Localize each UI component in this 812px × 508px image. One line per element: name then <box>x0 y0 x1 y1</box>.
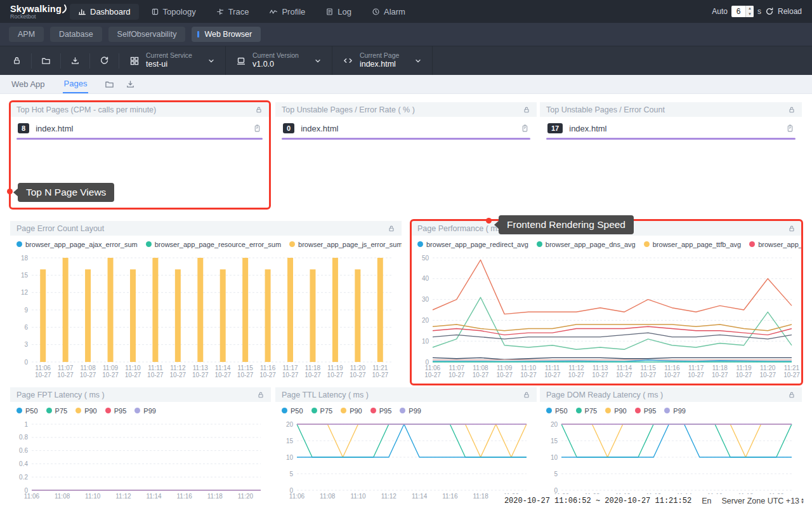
lock-icon[interactable] <box>788 225 796 232</box>
card-title: Page DOM Ready Latency ( ms ) <box>546 391 663 399</box>
svg-text:11:10: 11:10 <box>350 493 366 500</box>
legend-item[interactable]: P75 <box>311 407 333 415</box>
legend-item[interactable]: P75 <box>46 407 68 415</box>
legend-item[interactable]: P50 <box>16 407 38 415</box>
log-icon <box>325 8 334 16</box>
legend-item[interactable]: browser_app_page_ajax_error_sum <box>16 241 138 248</box>
svg-text:11:08: 11:08 <box>320 493 336 500</box>
svg-text:0.4: 0.4 <box>19 460 28 467</box>
svg-text:11:14: 11:14 <box>215 364 231 371</box>
copy-icon[interactable] <box>521 124 529 133</box>
nav-item-log[interactable]: Log <box>317 4 360 20</box>
legend-item[interactable]: P99 <box>400 407 421 415</box>
auto-interval-input[interactable]: 6 ▲▼ <box>731 6 754 17</box>
legend-item[interactable]: browser_app_page_redirect_avg <box>417 241 528 248</box>
svg-text:10-27: 10-27 <box>712 371 728 378</box>
folder-icon[interactable] <box>32 53 61 69</box>
legend-item[interactable]: browser_app_page_dns_avg <box>537 241 636 248</box>
lock-icon[interactable] <box>523 391 530 399</box>
list-item[interactable]: 0 index.html <box>275 117 537 133</box>
download-icon[interactable] <box>61 53 90 69</box>
interval-up-button[interactable]: ▲ <box>746 6 754 11</box>
current-version-selector[interactable]: Current Versionv1.0.0 <box>226 46 332 76</box>
legend-item[interactable]: browser_app_page_ttfb_avg <box>644 241 741 248</box>
tab-web-app[interactable]: Web App <box>10 76 46 93</box>
legend-item[interactable]: P90 <box>605 407 627 415</box>
svg-text:11:17: 11:17 <box>688 364 704 371</box>
legend-item[interactable]: P90 <box>341 407 362 415</box>
legend-item[interactable]: browser_app_page_resource_error_sum <box>146 241 281 248</box>
current-service-selector[interactable]: Current Servicetest-ui <box>119 46 226 76</box>
list-item[interactable]: 17 index.html <box>540 117 802 133</box>
svg-text:10-27: 10-27 <box>259 371 276 378</box>
svg-text:11:15: 11:15 <box>640 364 656 371</box>
current-page-selector[interactable]: Current Pageindex.html <box>332 46 433 76</box>
svg-text:11:12: 11:12 <box>115 493 131 500</box>
server-zone-control[interactable]: Server Zone UTC +13 ▲▼ <box>721 497 804 505</box>
legend-item[interactable]: P95 <box>370 407 392 415</box>
nav-item-dashboard[interactable]: Dashboard <box>70 4 139 20</box>
svg-text:10-27: 10-27 <box>57 371 74 378</box>
svg-text:10-27: 10-27 <box>520 371 537 378</box>
legend-item[interactable]: P95 <box>105 407 127 415</box>
list-item[interactable]: 8 index.html <box>10 117 269 133</box>
subnav-item-apm[interactable]: APM <box>9 27 44 42</box>
download-icon[interactable] <box>126 79 135 89</box>
language-toggle[interactable]: En <box>702 497 711 505</box>
svg-text:10-27: 10-27 <box>736 371 752 378</box>
page-name: index.html <box>36 124 247 133</box>
copy-icon[interactable] <box>786 124 794 133</box>
svg-text:10-27: 10-27 <box>192 371 209 378</box>
svg-text:10-27: 10-27 <box>544 371 561 378</box>
legend-item[interactable]: P75 <box>576 407 598 415</box>
legend-item[interactable]: P50 <box>282 407 303 415</box>
lock-icon[interactable] <box>257 391 265 399</box>
legend-dot-icon <box>635 408 641 413</box>
legend-item[interactable]: browser_app_page_tcp_avg <box>749 241 802 248</box>
value-badge: 0 <box>283 123 294 133</box>
legend-item[interactable]: P99 <box>134 407 156 415</box>
svg-text:11:18: 11:18 <box>712 364 728 371</box>
subnav-item-web-browser[interactable]: Web Browser <box>192 27 261 42</box>
lock-icon[interactable] <box>788 106 796 114</box>
subnav-item-selfobservability[interactable]: SelfObservability <box>108 27 186 42</box>
lock-icon[interactable] <box>255 106 263 114</box>
legend-item[interactable]: P99 <box>664 407 686 415</box>
svg-text:10-27: 10-27 <box>80 371 96 378</box>
legend-dot-icon <box>644 241 650 247</box>
legend-item[interactable]: browser_app_page_js_error_sum <box>289 241 402 248</box>
svg-text:11:12: 11:12 <box>170 364 186 371</box>
lock-icon[interactable] <box>523 106 530 114</box>
legend-item[interactable]: P50 <box>546 407 568 415</box>
legend-item[interactable]: P90 <box>75 407 97 415</box>
svg-text:11:10: 11:10 <box>521 364 537 371</box>
legend-item[interactable]: P95 <box>635 407 657 415</box>
lock-icon[interactable] <box>3 53 32 69</box>
nav-item-alarm[interactable]: Alarm <box>363 4 414 20</box>
svg-text:11:11: 11:11 <box>148 364 163 371</box>
nav-item-trace[interactable]: Trace <box>208 4 258 20</box>
svg-text:10-27: 10-27 <box>350 371 366 378</box>
lock-icon[interactable] <box>388 225 395 232</box>
clock-icon <box>372 8 380 16</box>
logo[interactable]: Skywalking Rocketbot <box>0 3 69 20</box>
time-range[interactable]: 2020-10-27 11:06:52 ~ 2020-10-27 11:21:5… <box>504 497 691 505</box>
tab-pages[interactable]: Pages <box>63 75 89 93</box>
folder-icon[interactable] <box>105 79 114 89</box>
auto-label: Auto <box>712 7 728 16</box>
logo-title: Skywalking <box>10 4 62 14</box>
reload-icon[interactable] <box>765 7 774 16</box>
annotation-tooltip-top-n-page-views: Top N Page Views <box>18 183 114 202</box>
refresh-icon[interactable] <box>90 53 119 69</box>
reload-label[interactable]: Reload <box>778 7 802 16</box>
nav-item-profile[interactable]: Profile <box>261 4 313 20</box>
copy-icon[interactable] <box>253 124 261 133</box>
svg-text:10: 10 <box>422 338 429 345</box>
zone-down-button[interactable]: ▼ <box>801 501 804 504</box>
interval-down-button[interactable]: ▼ <box>746 11 754 17</box>
svg-text:15: 15 <box>551 438 558 444</box>
subnav-item-database[interactable]: Database <box>50 27 102 42</box>
lock-icon[interactable] <box>788 391 796 399</box>
nav-item-topology[interactable]: Topology <box>143 4 204 20</box>
card-title: Page Error Count Layout <box>16 224 104 233</box>
